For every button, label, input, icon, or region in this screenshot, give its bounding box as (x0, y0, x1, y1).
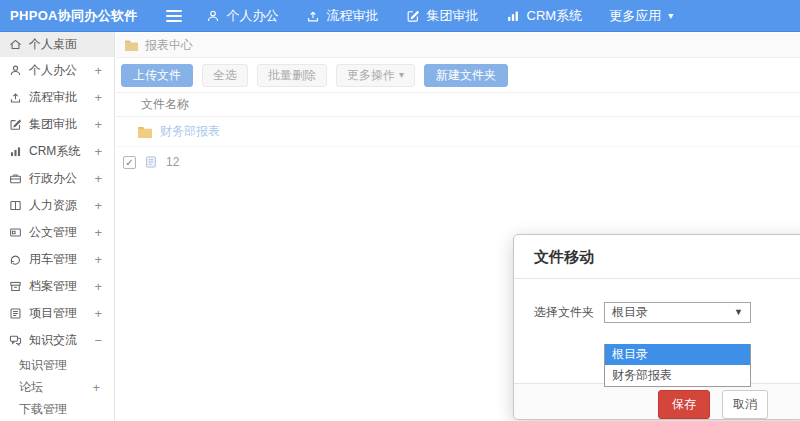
row-checkbox[interactable]: ✓ (123, 156, 136, 169)
file-name-column-header: 文件名称 (116, 92, 800, 117)
breadcrumb-label: 报表中心 (145, 37, 193, 54)
top-navbar: PHPOA协同办公软件 个人办公 流程审批 集团审批 CRM系统 更多应用 ▾ (0, 0, 800, 32)
nav-label: 更多应用 (609, 7, 661, 25)
app-title: PHPOA协同办公软件 (10, 7, 138, 25)
cancel-button[interactable]: 取消 (722, 390, 768, 419)
folder-select-field: 选择文件夹 根目录 ▼ (514, 279, 800, 323)
sidebar-subitem-forum[interactable]: 论坛 + (0, 376, 114, 398)
sidebar-item-personal-desktop[interactable]: 个人桌面 (0, 32, 114, 57)
sidebar-item-archive-management[interactable]: 档案管理 + (0, 273, 114, 300)
vehicle-icon (9, 253, 22, 266)
sidebar-item-human-resources[interactable]: 人力资源 + (0, 192, 114, 219)
sidebar-subitem-knowledge-management[interactable]: 知识管理 (0, 354, 114, 376)
bar-chart-icon (9, 145, 22, 158)
select-all-button[interactable]: 全选 (202, 64, 248, 87)
table-row-folder[interactable]: 财务部报表 (116, 117, 800, 147)
book-icon (9, 199, 22, 212)
folder-icon (137, 125, 153, 139)
folder-select-label: 选择文件夹 (534, 304, 591, 321)
document-card-icon (9, 226, 22, 239)
sidebar-item-knowledge-exchange[interactable]: 知识交流 − (0, 327, 114, 354)
new-folder-button[interactable]: 新建文件夹 (424, 64, 508, 87)
archive-icon (9, 280, 22, 293)
sidebar-item-personal-office[interactable]: 个人办公 + (0, 57, 114, 84)
expand-plus-icon[interactable]: + (94, 144, 102, 159)
nav-group-approval[interactable]: 集团审批 (406, 7, 479, 25)
nav-crm-system[interactable]: CRM系统 (506, 7, 583, 25)
selected-value: 根目录 (612, 304, 648, 321)
sidebar-item-project-management[interactable]: 项目管理 + (0, 300, 114, 327)
nav-label: 集团审批 (427, 7, 479, 25)
menu-toggle-icon[interactable] (166, 10, 182, 22)
dialog-title: 文件移动 (514, 235, 800, 279)
expand-plus-icon[interactable]: + (94, 252, 102, 267)
chevron-down-icon: ▾ (668, 11, 673, 21)
chevron-down-icon: ▾ (399, 70, 404, 80)
sidebar-item-group-approval[interactable]: 集团审批 + (0, 111, 114, 138)
folder-select-dropdown: 根目录 财务部报表 (604, 344, 751, 387)
nav-more-apps[interactable]: 更多应用 ▾ (609, 7, 673, 25)
sidebar: 个人桌面 个人办公 + 流程审批 + 集团审批 + CRM系统 + 行政办公 +… (0, 32, 115, 421)
file-icon (144, 155, 158, 169)
option-finance-reports[interactable]: 财务部报表 (605, 365, 750, 386)
chat-bubbles-icon (9, 334, 22, 347)
expand-plus-icon[interactable]: + (94, 279, 102, 294)
top-menu: 个人办公 流程审批 集团审批 CRM系统 更多应用 ▾ (206, 7, 674, 25)
home-icon (9, 38, 22, 51)
expand-plus-icon[interactable]: + (94, 306, 102, 321)
sidebar-submenu: 知识管理 论坛 + 下载管理 (0, 354, 114, 420)
sidebar-item-crm-system[interactable]: CRM系统 + (0, 138, 114, 165)
nav-label: 个人办公 (227, 7, 279, 25)
file-move-dialog: 文件移动 选择文件夹 根目录 ▼ 根目录 财务部报表 保存 取消 (513, 234, 800, 420)
select-caret-icon: ▼ (734, 308, 743, 317)
sidebar-item-vehicle-management[interactable]: 用车管理 + (0, 246, 114, 273)
expand-plus-icon[interactable]: + (94, 63, 102, 78)
workflow-approval-icon (306, 9, 320, 23)
expand-plus-icon[interactable]: + (94, 225, 102, 240)
edit-square-icon (9, 118, 22, 131)
toolbar: 上传文件 全选 批量删除 更多操作 ▾ 新建文件夹 (116, 58, 800, 92)
sidebar-item-workflow-approval[interactable]: 流程审批 + (0, 84, 114, 111)
expand-plus-icon[interactable]: + (94, 117, 102, 132)
edit-square-icon (406, 9, 420, 23)
batch-delete-button[interactable]: 批量删除 (257, 64, 327, 87)
sidebar-item-admin-office[interactable]: 行政办公 + (0, 165, 114, 192)
option-root-directory[interactable]: 根目录 (605, 344, 750, 365)
user-icon (9, 64, 22, 77)
file-name-label: 12 (166, 155, 179, 169)
collapse-minus-icon[interactable]: − (94, 333, 102, 348)
sidebar-item-document-management[interactable]: 公文管理 + (0, 219, 114, 246)
save-button[interactable]: 保存 (658, 390, 710, 419)
dialog-body: 选择文件夹 根目录 ▼ 根目录 财务部报表 (514, 279, 800, 389)
page: { "navbar": { "brand": "PHPOA协同办公软件", "i… (0, 0, 800, 421)
folder-select[interactable]: 根目录 ▼ (604, 302, 751, 323)
nav-personal-office[interactable]: 个人办公 (206, 7, 279, 25)
user-icon (206, 9, 220, 23)
breadcrumb: 报表中心 (116, 33, 800, 58)
upload-file-button[interactable]: 上传文件 (121, 64, 193, 87)
nav-label: CRM系统 (527, 7, 583, 25)
expand-plus-icon[interactable]: + (92, 380, 100, 395)
more-operations-button[interactable]: 更多操作 ▾ (336, 64, 415, 87)
folder-name-link[interactable]: 财务部报表 (160, 123, 220, 140)
nav-workflow-approval[interactable]: 流程审批 (306, 7, 379, 25)
dialog-footer: 保存 取消 (514, 383, 800, 419)
expand-plus-icon[interactable]: + (94, 198, 102, 213)
expand-plus-icon[interactable]: + (94, 171, 102, 186)
expand-plus-icon[interactable]: + (94, 90, 102, 105)
table-row-file[interactable]: ✓ 12 (116, 147, 800, 177)
workflow-approval-icon (9, 91, 22, 104)
sidebar-subitem-download-management[interactable]: 下载管理 (0, 398, 114, 420)
project-list-icon (9, 307, 22, 320)
bar-chart-icon (506, 9, 520, 23)
nav-label: 流程审批 (327, 7, 379, 25)
folder-icon (124, 39, 139, 52)
briefcase-icon (9, 172, 22, 185)
